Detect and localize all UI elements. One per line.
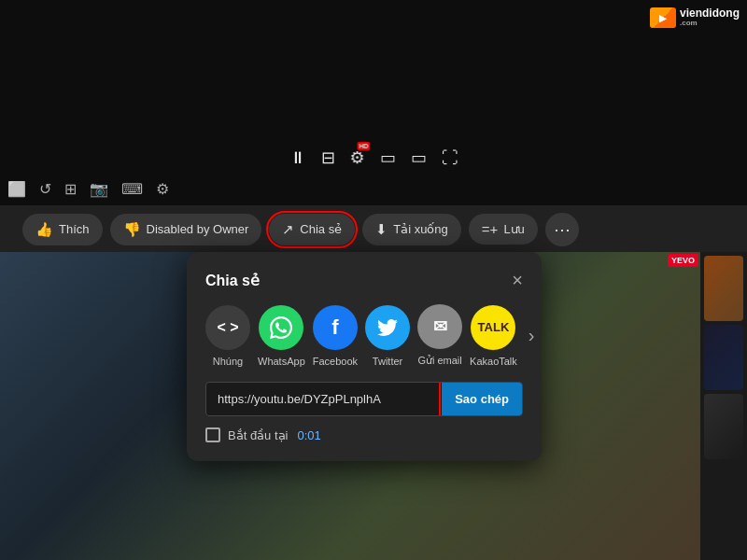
- save-icon: =+: [482, 221, 499, 237]
- fullscreen-icon[interactable]: ⛶: [442, 148, 458, 168]
- share-whatsapp[interactable]: WhatsApp: [258, 305, 305, 367]
- arrow-right-icon: ›: [529, 325, 535, 345]
- video-area: ▶ viendidong .com ⏸ ⊟ ⚙ HD ▭ ▭ ⛶ ⬜ ↺ ⊞ 📷…: [0, 0, 747, 205]
- embed-icon: < >: [205, 305, 250, 350]
- toolbar-grid-icon[interactable]: ⊞: [64, 180, 77, 198]
- url-row: Sao chép: [205, 382, 523, 416]
- share-title: Chia sẻ: [205, 272, 260, 289]
- toolbar-icons: ⬜ ↺ ⊞ 📷 ⌨ ⚙: [7, 180, 169, 198]
- close-icon: ×: [512, 270, 523, 290]
- facebook-icon: f: [313, 305, 358, 350]
- toolbar-camera-icon[interactable]: 📷: [90, 180, 108, 198]
- toolbar-keyboard-icon[interactable]: ⌨: [121, 180, 143, 198]
- thumbnail-1[interactable]: [704, 256, 743, 321]
- share-label: Chia sẻ: [300, 222, 342, 236]
- subtitle-icon[interactable]: ⊟: [321, 147, 335, 168]
- share-embed[interactable]: < > Nhúng: [205, 305, 250, 367]
- download-icon: ⬇: [375, 221, 388, 238]
- twitter-label: Twitter: [373, 356, 402, 367]
- start-time-value: 0:01: [297, 428, 320, 442]
- video-controls: ⏸ ⊟ ⚙ HD ▭ ▭ ⛶: [289, 147, 458, 168]
- start-time-label: Bắt đầu tại: [228, 428, 288, 442]
- save-label: Lưu: [503, 222, 524, 236]
- email-icon: ✉: [417, 304, 462, 349]
- settings-icon[interactable]: ⚙ HD: [350, 147, 365, 168]
- download-button[interactable]: ⬇ Tải xuống: [362, 214, 461, 245]
- toolbar-settings-icon[interactable]: ⚙: [156, 180, 169, 198]
- logo: ▶ viendidong .com: [650, 7, 740, 28]
- right-sidebar: [700, 252, 747, 560]
- start-time-checkbox-label[interactable]: Bắt đầu tại: [205, 427, 288, 442]
- facebook-label: Facebook: [313, 356, 358, 367]
- twitter-icon: [365, 305, 410, 350]
- share-email[interactable]: ✉ Gửi email: [417, 304, 462, 367]
- thumbnail-3[interactable]: [704, 394, 743, 459]
- url-input[interactable]: [206, 383, 442, 415]
- more-share-button[interactable]: ›: [525, 325, 539, 346]
- share-header: Chia sẻ ×: [205, 271, 523, 289]
- kakao-label: KakaoTalk: [470, 356, 517, 367]
- share-facebook[interactable]: f Facebook: [313, 305, 358, 367]
- download-label: Tải xuống: [393, 222, 448, 236]
- share-kakao[interactable]: TALK KakaoTalk: [470, 305, 517, 367]
- share-button[interactable]: ↗ Chia sẻ: [269, 214, 355, 245]
- toolbar-window-icon[interactable]: ⬜: [7, 180, 26, 198]
- start-time-checkbox[interactable]: [205, 427, 220, 442]
- logo-icon: ▶: [650, 7, 676, 28]
- email-label: Gửi email: [417, 355, 461, 367]
- yevo-badge: YEVO: [668, 254, 698, 267]
- copy-button[interactable]: Sao chép: [442, 383, 522, 415]
- like-icon: 👍: [35, 221, 53, 238]
- more-icon: ⋯: [554, 219, 571, 240]
- share-dialog: Chia sẻ × < > Nhúng WhatsApp f Facebook: [187, 252, 542, 461]
- share-icon: ↗: [282, 221, 294, 238]
- like-label: Thích: [59, 222, 90, 236]
- like-button[interactable]: 👍 Thích: [22, 214, 103, 245]
- theater-icon[interactable]: ▭: [380, 147, 396, 168]
- share-twitter[interactable]: Twitter: [365, 305, 410, 367]
- thumbnail-2[interactable]: [704, 325, 743, 390]
- logo-sub-text: .com: [680, 20, 740, 28]
- theater2-icon[interactable]: ▭: [411, 147, 427, 168]
- kakao-icon: TALK: [471, 305, 515, 350]
- dislike-label: Disabled by Owner: [147, 222, 249, 236]
- action-bar: 👍 Thích 👎 Disabled by Owner ↗ Chia sẻ ⬇ …: [0, 205, 747, 254]
- embed-label: Nhúng: [213, 356, 243, 367]
- whatsapp-label: WhatsApp: [258, 356, 305, 367]
- save-button[interactable]: =+ Lưu: [469, 214, 538, 245]
- logo-text: viendidong .com: [680, 7, 740, 28]
- more-button[interactable]: ⋯: [545, 213, 579, 246]
- dislike-button[interactable]: 👎 Disabled by Owner: [110, 214, 262, 245]
- dislike-icon: 👎: [123, 221, 141, 238]
- toolbar-refresh-icon[interactable]: ↺: [39, 180, 51, 198]
- share-icons-row: < > Nhúng WhatsApp f Facebook Twitter: [205, 304, 523, 367]
- start-time-row: Bắt đầu tại 0:01: [205, 427, 523, 442]
- pause-icon[interactable]: ⏸: [289, 148, 306, 168]
- whatsapp-icon: [259, 305, 303, 350]
- hd-badge: HD: [357, 142, 370, 150]
- close-dialog-button[interactable]: ×: [512, 271, 523, 289]
